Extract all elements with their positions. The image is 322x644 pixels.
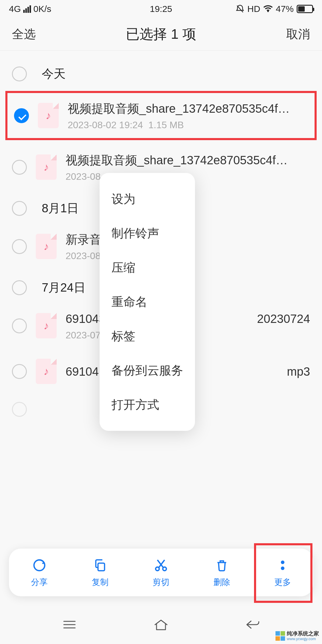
menu-tags[interactable]: 标签 bbox=[100, 319, 195, 353]
section-radio[interactable] bbox=[12, 280, 27, 295]
action-bar: 分享 复制 剪切 删除 更多 bbox=[9, 549, 313, 596]
music-file-icon: ♪ bbox=[38, 103, 59, 128]
copy-label: 复制 bbox=[92, 577, 109, 588]
delete-label: 删除 bbox=[213, 577, 230, 588]
watermark: 纯净系统之家 www.ycwqjy.com bbox=[275, 631, 319, 641]
more-menu: 设为 制作铃声 压缩 重命名 标签 备份到云服务 打开方式 bbox=[100, 173, 195, 431]
file-name: 视频提取音频_share_13742e870535c4f… bbox=[66, 152, 310, 168]
file-info: 视频提取音频_share_13742e870535c4f… 2023-08-02… bbox=[68, 100, 308, 131]
selection-title: 已选择 1 项 bbox=[126, 25, 196, 44]
cut-button[interactable]: 剪切 bbox=[131, 557, 191, 588]
battery-icon bbox=[297, 5, 313, 13]
file-radio[interactable] bbox=[12, 318, 27, 333]
selection-header: 全选 已选择 1 项 取消 bbox=[0, 18, 322, 51]
file-name: 视频提取音频_share_13742e870535c4f… bbox=[68, 100, 308, 117]
delete-button[interactable]: 删除 bbox=[191, 557, 252, 588]
signal-icon bbox=[23, 5, 31, 13]
section-title: 8月1日 bbox=[42, 200, 79, 216]
file-item[interactable]: ♪ 视频提取音频_share_13742e870535c4f… 2023-08-… bbox=[5, 91, 317, 140]
menu-backup-cloud[interactable]: 备份到云服务 bbox=[100, 353, 195, 388]
section-title: 7月24日 bbox=[42, 279, 86, 296]
system-nav-bar bbox=[0, 605, 322, 644]
share-button[interactable]: 分享 bbox=[9, 557, 70, 588]
file-name: 69104 bbox=[66, 363, 99, 380]
delete-icon bbox=[215, 557, 228, 574]
cut-label: 剪切 bbox=[153, 577, 169, 588]
file-name-right: 20230724 bbox=[257, 311, 310, 327]
status-left: 4G 0K/s bbox=[9, 4, 51, 14]
svg-point-5 bbox=[163, 567, 166, 571]
wifi-icon bbox=[263, 5, 273, 13]
network-speed: 0K/s bbox=[33, 4, 51, 14]
file-radio[interactable] bbox=[14, 108, 29, 123]
more-label: 更多 bbox=[274, 577, 291, 588]
recents-button[interactable] bbox=[59, 617, 80, 632]
file-radio[interactable] bbox=[12, 364, 27, 379]
status-time: 19:25 bbox=[150, 4, 172, 14]
more-button[interactable]: 更多 bbox=[252, 557, 313, 588]
menu-set-as[interactable]: 设为 bbox=[100, 182, 195, 216]
file-radio[interactable] bbox=[12, 160, 27, 175]
music-file-icon: ♪ bbox=[36, 234, 57, 259]
back-button[interactable] bbox=[242, 617, 263, 632]
copy-button[interactable]: 复制 bbox=[70, 557, 131, 588]
file-name-right: mp3 bbox=[287, 363, 310, 380]
file-meta: 2023-08-02 19:24 1.15 MB bbox=[68, 120, 308, 131]
section-radio[interactable] bbox=[12, 201, 27, 216]
music-file-icon: ♪ bbox=[36, 313, 57, 338]
watermark-logo-icon bbox=[275, 631, 285, 641]
watermark-url: www.ycwqjy.com bbox=[287, 637, 319, 641]
svg-point-6 bbox=[281, 561, 284, 564]
svg-point-7 bbox=[281, 566, 284, 570]
more-icon bbox=[280, 557, 286, 574]
copy-icon bbox=[94, 557, 107, 574]
mute-icon bbox=[236, 4, 244, 13]
cut-icon bbox=[154, 557, 168, 574]
menu-make-ringtone[interactable]: 制作铃声 bbox=[100, 216, 195, 250]
section-header[interactable]: 今天 bbox=[0, 57, 322, 88]
music-file-icon: ♪ bbox=[36, 154, 57, 180]
hd-indicator: HD bbox=[247, 4, 260, 14]
home-button[interactable] bbox=[151, 617, 171, 632]
cancel-button[interactable]: 取消 bbox=[286, 26, 310, 42]
status-bar: 4G 0K/s 19:25 HD 47% bbox=[0, 0, 322, 18]
select-all-button[interactable]: 全选 bbox=[12, 26, 36, 42]
menu-compress[interactable]: 压缩 bbox=[100, 250, 195, 285]
share-icon bbox=[32, 557, 47, 574]
file-radio[interactable] bbox=[12, 239, 27, 254]
music-file-icon: ♪ bbox=[36, 359, 57, 384]
section-radio[interactable] bbox=[12, 66, 27, 81]
menu-rename[interactable]: 重命名 bbox=[100, 285, 195, 319]
network-type: 4G bbox=[9, 4, 21, 14]
status-right: HD 47% bbox=[236, 4, 313, 14]
svg-rect-3 bbox=[98, 563, 105, 571]
watermark-title: 纯净系统之家 bbox=[287, 631, 319, 637]
svg-point-4 bbox=[156, 567, 159, 571]
file-radio[interactable] bbox=[12, 402, 27, 417]
menu-open-with[interactable]: 打开方式 bbox=[100, 388, 195, 422]
section-title: 今天 bbox=[42, 66, 66, 82]
share-label: 分享 bbox=[31, 577, 48, 588]
battery-percent: 47% bbox=[276, 4, 294, 14]
